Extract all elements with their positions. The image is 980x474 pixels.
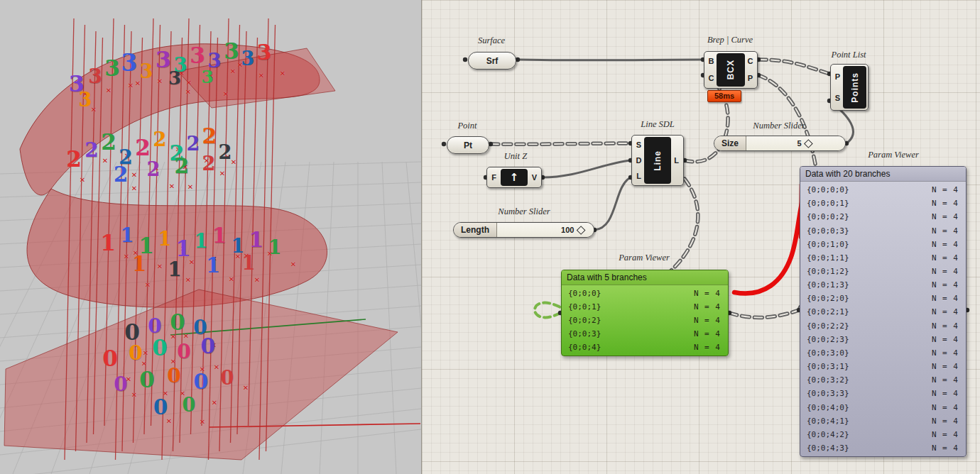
- branch-path: {0;0;0;3}: [807, 227, 849, 235]
- branch-path: {0;0;2;2}: [807, 322, 849, 330]
- branch-row: {0;0;0;2} N = 4: [800, 210, 966, 224]
- branch-count: N = 4: [932, 268, 959, 275]
- unitz-output[interactable]: V: [529, 169, 540, 186]
- branch-count: N = 4: [932, 404, 959, 412]
- line-output-l[interactable]: L: [674, 157, 679, 165]
- length-slider-track[interactable]: 100: [497, 223, 594, 237]
- line-input-s[interactable]: S: [636, 141, 641, 149]
- point-param[interactable]: Pt: [447, 136, 489, 154]
- size-slider[interactable]: Size 5: [714, 136, 846, 151]
- param-viewer-5-header: Data with 5 branches: [562, 270, 728, 285]
- unit-z-component[interactable]: F ↑ V: [486, 167, 542, 188]
- branch-count: N = 4: [932, 213, 959, 221]
- param-viewer-5[interactable]: Data with 5 branches {0;0;0} N = 4 {0;0;…: [561, 270, 729, 356]
- line-title: Line: [653, 150, 662, 171]
- branch-count: N = 4: [694, 343, 721, 351]
- bcx-output-c[interactable]: C: [748, 57, 753, 65]
- points-nameplate[interactable]: Points: [843, 66, 866, 109]
- label-line-sdl: Line SDL: [641, 120, 675, 129]
- branch-path: {0;0;0}: [568, 290, 601, 297]
- size-slider-grip[interactable]: [804, 139, 813, 148]
- length-slider-value: 100: [561, 226, 574, 234]
- branch-path: {0;0;2}: [568, 316, 601, 324]
- line-outputs[interactable]: L: [671, 137, 682, 184]
- unitz-input[interactable]: F: [489, 169, 499, 186]
- line-input-d[interactable]: D: [636, 157, 642, 165]
- grasshopper-canvas[interactable]: Surface Brep | Curve Point List Point Un…: [421, 0, 980, 474]
- branch-path: {0;0;4;3}: [807, 444, 849, 452]
- branch-count: N = 4: [694, 316, 721, 324]
- viewport-render: [0, 0, 421, 474]
- branch-path: {0;0;4;0}: [807, 404, 849, 412]
- branch-row: {0;0;4;3} N = 4: [800, 441, 966, 455]
- branch-count: N = 4: [932, 241, 959, 248]
- branch-path: {0;0;4}: [568, 343, 601, 351]
- points-input-s[interactable]: S: [835, 94, 840, 102]
- points-title: Points: [851, 72, 859, 103]
- branch-row: {0;0;1} N = 4: [562, 300, 728, 314]
- wire-length-line: [594, 177, 631, 230]
- size-slider-track[interactable]: 5: [746, 136, 845, 150]
- label-param-viewer-20: Param Viewer: [868, 150, 919, 160]
- red-ink-annotation: [734, 183, 810, 294]
- param-viewer-20[interactable]: Data with 20 branches {0;0;0;0} N = 4 {0…: [800, 166, 967, 457]
- branch-row: {0;0;3;0} N = 4: [800, 346, 966, 360]
- unitz-output-v[interactable]: V: [532, 174, 537, 182]
- branch-count: N = 4: [932, 444, 959, 452]
- branch-path: {0;0;2;3}: [807, 336, 849, 343]
- branch-count: N = 4: [694, 303, 721, 311]
- branch-row: {0;0;4;1} N = 4: [800, 414, 966, 428]
- bcx-output-p[interactable]: P: [748, 75, 753, 82]
- line-sdl-component[interactable]: S D L Line L: [631, 135, 684, 186]
- branch-path: {0;0;2;0}: [807, 294, 849, 302]
- wire-unitz-line: [543, 160, 631, 177]
- branch-row: {0;0;0;1} N = 4: [800, 197, 966, 210]
- line-inputs[interactable]: S D L: [633, 137, 644, 184]
- line-nameplate[interactable]: Line: [644, 137, 671, 184]
- branch-path: {0;0;3;0}: [807, 349, 849, 357]
- branch-count: N = 4: [694, 290, 721, 297]
- wire-selected-loop: [535, 303, 560, 318]
- rhino-viewport[interactable]: 3✕3✕3✕3✕3✕3✕3✕3✕3✕3✕3✕3✕3✕3✕3✕2✕2✕2✕2✕2✕…: [0, 0, 421, 474]
- label-point: Point: [457, 121, 477, 131]
- branch-path: {0;0;0;1}: [807, 199, 849, 207]
- bcx-outputs[interactable]: C P: [745, 53, 756, 87]
- points-input-p[interactable]: P: [835, 73, 840, 81]
- bcx-title: BCX: [726, 60, 735, 79]
- unit-z-icon: ↑: [501, 169, 528, 186]
- branch-count: N = 4: [932, 322, 959, 330]
- unit-z-glyph: ↑: [510, 172, 519, 183]
- points-inputs[interactable]: P S: [832, 66, 843, 109]
- param-viewer-20-header: Data with 20 branches: [800, 167, 966, 182]
- unitz-input-f[interactable]: F: [491, 174, 496, 182]
- label-surface: Surface: [478, 36, 505, 45]
- label-brep-curve: Brep | Curve: [707, 35, 753, 45]
- label-point-list: Point List: [832, 50, 866, 60]
- branch-row: {0;0;3;1} N = 4: [800, 360, 966, 373]
- branch-count: N = 4: [932, 336, 959, 343]
- length-slider[interactable]: Length 100: [453, 222, 594, 238]
- branch-path: {0;0;0;0}: [807, 186, 849, 194]
- length-slider-grip[interactable]: [577, 226, 586, 235]
- branch-path: {0;0;3;2}: [807, 376, 849, 384]
- bcx-input-c[interactable]: C: [709, 75, 714, 82]
- line-input-l[interactable]: L: [636, 172, 641, 180]
- branch-path: {0;0;3}: [568, 330, 601, 338]
- bcx-nameplate[interactable]: BCX: [717, 53, 745, 87]
- point-list-component[interactable]: P S Points: [830, 64, 869, 111]
- surface-param[interactable]: Srf: [468, 52, 516, 70]
- bcx-component[interactable]: B C BCX C P: [704, 51, 758, 89]
- branch-path: {0;0;1;3}: [807, 281, 849, 289]
- wire-srf-bcx: [519, 60, 703, 60]
- bcx-inputs[interactable]: B C: [706, 53, 717, 87]
- branch-row: {0;0;1;2} N = 4: [800, 265, 966, 278]
- branch-count: N = 4: [932, 227, 959, 235]
- bcx-input-b[interactable]: B: [709, 57, 714, 65]
- size-slider-name: Size: [714, 136, 746, 150]
- label-slider-length: Number Slider: [498, 207, 550, 216]
- branch-row: {0;0;3;2} N = 4: [800, 373, 966, 387]
- branch-row: {0;0;3} N = 4: [562, 327, 728, 341]
- surface-param-name: Srf: [486, 57, 499, 65]
- branch-count: N = 4: [932, 308, 959, 316]
- branch-row: {0;0;4;0} N = 4: [800, 401, 966, 414]
